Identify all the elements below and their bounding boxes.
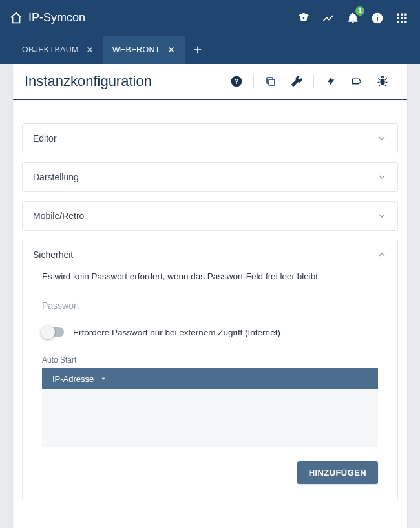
section-mobile: Mobile/Retro bbox=[22, 201, 398, 231]
svg-rect-9 bbox=[404, 17, 406, 19]
svg-rect-15 bbox=[269, 79, 275, 85]
brand-name: IP-Symcon bbox=[28, 11, 85, 25]
tab-label: OBJEKTBAUM bbox=[22, 45, 79, 54]
app-topbar: IP-Symcon 1 bbox=[0, 0, 420, 36]
tab-objektbaum[interactable]: OBJEKTBAUM bbox=[13, 36, 103, 64]
info-icon[interactable] bbox=[368, 9, 386, 27]
tab-add-button[interactable] bbox=[185, 36, 211, 64]
panel-toolbar: ? bbox=[224, 72, 395, 90]
page-title: Instanzkonfiguration bbox=[25, 73, 224, 90]
separator bbox=[253, 75, 254, 88]
dropdown-arrow-icon bbox=[100, 375, 107, 382]
section-header-darstellung[interactable]: Darstellung bbox=[23, 163, 397, 191]
config-panel: Instanzkonfiguration ? bbox=[13, 64, 407, 528]
activity-icon[interactable] bbox=[319, 9, 337, 27]
autostart-list-body bbox=[42, 389, 378, 447]
svg-rect-10 bbox=[397, 21, 399, 23]
svg-rect-6 bbox=[404, 13, 406, 15]
autostart-label: Auto Start bbox=[42, 355, 378, 364]
section-label: Editor bbox=[33, 133, 377, 143]
copy-icon[interactable] bbox=[262, 72, 280, 90]
section-header-editor[interactable]: Editor bbox=[23, 124, 397, 153]
svg-rect-11 bbox=[401, 21, 403, 23]
svg-rect-2 bbox=[377, 17, 378, 21]
chevron-down-icon bbox=[377, 133, 387, 143]
add-button[interactable]: HINZUFÜGEN bbox=[297, 461, 378, 484]
security-hint: Es wird kein Passwort erfordert, wenn da… bbox=[42, 271, 378, 281]
panel-header: Instanzkonfiguration ? bbox=[13, 64, 407, 100]
close-icon[interactable] bbox=[85, 45, 94, 54]
section-header-mobile[interactable]: Mobile/Retro bbox=[23, 202, 397, 230]
section-header-security[interactable]: Sicherheit bbox=[23, 240, 397, 269]
tab-strip: OBJEKTBAUM WEBFRONT bbox=[0, 36, 420, 64]
password-input[interactable] bbox=[42, 297, 210, 315]
svg-rect-12 bbox=[404, 21, 406, 23]
svg-point-16 bbox=[380, 79, 385, 86]
close-icon[interactable] bbox=[167, 45, 176, 54]
home-icon bbox=[9, 11, 23, 25]
help-icon[interactable]: ? bbox=[227, 72, 246, 90]
apps-grid-icon[interactable] bbox=[393, 9, 411, 27]
svg-point-0 bbox=[303, 17, 305, 19]
separator bbox=[313, 75, 314, 88]
bolt-icon[interactable] bbox=[322, 72, 340, 90]
svg-rect-7 bbox=[397, 17, 399, 19]
external-only-toggle[interactable] bbox=[42, 327, 64, 337]
store-icon[interactable] bbox=[295, 9, 313, 27]
chevron-up-icon bbox=[377, 249, 387, 260]
tab-label: WEBFRONT bbox=[112, 45, 160, 54]
autostart-list-header[interactable]: IP-Adresse bbox=[42, 368, 378, 389]
svg-text:?: ? bbox=[234, 77, 238, 85]
tag-icon[interactable] bbox=[348, 72, 366, 90]
section-label: Darstellung bbox=[33, 172, 377, 182]
section-editor: Editor bbox=[22, 123, 398, 153]
section-label: Sicherheit bbox=[33, 249, 377, 260]
external-only-label: Erfordere Passwort nur bei externem Zugr… bbox=[73, 328, 280, 337]
section-label: Mobile/Retro bbox=[33, 211, 377, 221]
bug-icon[interactable] bbox=[373, 72, 392, 90]
notifications-icon[interactable]: 1 bbox=[344, 9, 362, 27]
brand: IP-Symcon bbox=[9, 11, 85, 25]
chevron-down-icon bbox=[377, 172, 387, 182]
tab-webfront[interactable]: WEBFRONT bbox=[103, 36, 185, 64]
autostart-column: IP-Adresse bbox=[52, 374, 94, 384]
chevron-down-icon bbox=[377, 211, 387, 221]
svg-rect-5 bbox=[401, 13, 403, 15]
svg-rect-3 bbox=[377, 15, 378, 16]
svg-rect-8 bbox=[401, 17, 403, 19]
wrench-icon[interactable] bbox=[288, 72, 306, 90]
notification-badge: 1 bbox=[355, 6, 364, 16]
svg-rect-4 bbox=[397, 13, 399, 15]
section-security: Sicherheit Es wird kein Passwort erforde… bbox=[22, 240, 398, 500]
section-darstellung: Darstellung bbox=[22, 162, 398, 192]
